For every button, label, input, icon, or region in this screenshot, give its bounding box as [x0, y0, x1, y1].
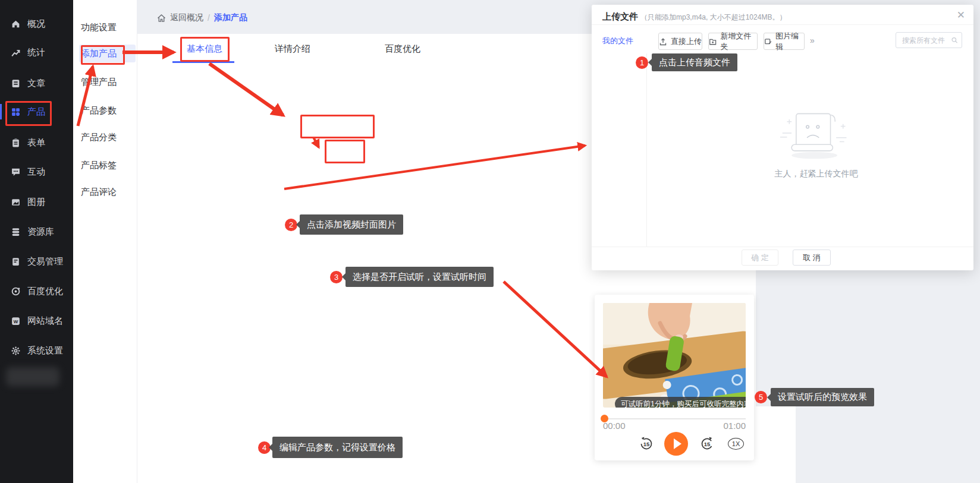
submenu-item-product-comments[interactable]: 产品评论	[79, 183, 136, 201]
breadcrumb-separator: /	[208, 13, 210, 23]
svg-text:W: W	[14, 318, 18, 324]
playback-speed-button[interactable]: 1X	[728, 438, 744, 450]
resource-icon	[11, 227, 21, 237]
active-tab-underline	[172, 61, 234, 63]
dialog-title-text: 上传文件	[602, 11, 638, 21]
dialog-header-divider	[592, 24, 973, 25]
product-icon	[11, 107, 21, 117]
breadcrumb-back-link[interactable]: 返回概况	[170, 12, 203, 23]
seo-icon	[11, 286, 21, 296]
step-tooltip-1: 点击上传音频文件	[652, 53, 737, 71]
sidebar-item-label: 百度优化	[27, 286, 63, 297]
button-label: 确 定	[751, 252, 769, 263]
background-patch	[754, 406, 796, 483]
new-folder-button[interactable]: 新增文件夹	[708, 33, 758, 50]
sidebar-item-label: 统计	[27, 47, 45, 58]
sidebar-item-transactions[interactable]: 交易管理	[11, 254, 63, 269]
step-tooltip-3: 选择是否开启试听，设置试听时间	[345, 267, 494, 287]
button-label: 取 消	[803, 252, 821, 263]
confirm-button[interactable]: 确 定	[742, 250, 778, 266]
dialog-footer-divider	[592, 247, 973, 247]
sidebar-item-stats[interactable]: 统计	[11, 45, 45, 59]
active-indicator-bar	[0, 104, 2, 119]
sidebar-item-domain[interactable]: W 网站域名	[11, 314, 63, 328]
play-button[interactable]	[664, 432, 688, 456]
sidebar-item-articles[interactable]: 文章	[11, 76, 45, 90]
home-icon	[11, 19, 21, 29]
submenu-item-product-categories[interactable]: 产品分类	[79, 128, 136, 146]
sidebar-item-label: 概况	[27, 18, 45, 30]
submenu-item-add-product[interactable]: 添加产品	[79, 45, 136, 62]
domain-icon: W	[11, 316, 21, 326]
search-input[interactable]	[901, 36, 951, 45]
sidebar-item-baidu-seo[interactable]: 百度优化	[11, 284, 63, 298]
dialog-title: 上传文件（只能添加mp3,m4a, 大小不超过1024MB。）	[602, 11, 786, 23]
gear-icon	[11, 346, 21, 356]
search-icon	[951, 36, 958, 44]
step-badge-1: 1	[636, 56, 648, 69]
step-badge-5: 5	[755, 391, 767, 403]
stats-icon	[11, 48, 21, 58]
breadcrumb-current: 添加产品	[214, 12, 247, 23]
folder-plus-icon	[709, 37, 717, 46]
tooltip-text: 点击添加视频封面图片	[307, 219, 396, 231]
sidebar-item-overview[interactable]: 概况	[11, 17, 45, 31]
tab-baidu-seo[interactable]: 百度优化	[373, 43, 432, 55]
audio-preview-card: 可试听前1分钟，购买后可收听完整内容 00:00 01:00 15 15 1X	[595, 295, 754, 460]
sidebar-item-albums[interactable]: 图册	[11, 195, 45, 209]
step-tooltip-2: 点击添加视频封面图片	[300, 214, 403, 235]
close-icon[interactable]: ✕	[957, 9, 965, 21]
dialog-sidebar-divider	[646, 53, 647, 247]
sidebar-item-products[interactable]: 产品	[11, 105, 45, 119]
trade-icon	[11, 257, 21, 267]
rewind-15-button[interactable]: 15	[639, 436, 654, 452]
button-label: 新增文件夹	[720, 31, 757, 52]
image-edit-button[interactable]: 图片编辑	[764, 33, 805, 50]
my-files-tree-item[interactable]: 我的文件	[602, 36, 633, 46]
button-label: 图片编辑	[775, 31, 804, 52]
time-current: 00:00	[603, 421, 626, 431]
cancel-button[interactable]: 取 消	[793, 250, 831, 266]
submenu-item-product-tags[interactable]: 产品标签	[79, 156, 136, 174]
progress-bar[interactable]	[603, 418, 746, 419]
tooltip-text: 编辑产品参数，记得设置价格	[279, 442, 395, 453]
breadcrumb: 返回概况 / 添加产品	[157, 12, 247, 23]
tab-details[interactable]: 详情介绍	[263, 43, 322, 55]
interaction-icon	[11, 167, 21, 177]
sidebar-item-label: 资源库	[27, 226, 54, 238]
sidebar-item-settings[interactable]: 系统设置	[11, 343, 63, 358]
album-icon	[11, 197, 21, 207]
form-icon	[11, 138, 21, 148]
sidebar-item-label: 系统设置	[27, 345, 63, 356]
file-search-box[interactable]	[896, 32, 962, 48]
step-tooltip-4: 编辑产品参数，记得设置价格	[272, 437, 403, 458]
sidebar-item-resources[interactable]: 资源库	[11, 225, 54, 239]
dialog-title-note: （只能添加mp3,m4a, 大小不超过1024MB。）	[640, 13, 786, 21]
empty-state-text: 主人，赶紧上传文件吧	[767, 169, 865, 179]
sidebar-item-interaction[interactable]: 互动	[11, 165, 45, 179]
time-total: 01:00	[723, 421, 746, 431]
toolbar-more-button[interactable]: »	[810, 36, 815, 45]
sidebar-item-label: 网站域名	[27, 315, 63, 327]
forward-15-button[interactable]: 15	[699, 436, 715, 452]
main-sidebar: 概况 统计 文章 产品 表单 互动 图册 资源库	[0, 0, 73, 483]
tab-basic-info[interactable]: 基本信息	[175, 43, 234, 55]
sidebar-item-label: 图册	[27, 197, 45, 208]
sidebar-item-label: 产品	[27, 106, 45, 118]
svg-text:15: 15	[704, 441, 711, 447]
upload-file-dialog: 上传文件（只能添加mp3,m4a, 大小不超过1024MB。） ✕ 我的文件 直…	[592, 5, 973, 270]
submenu-item-product-params[interactable]: 产品参数	[79, 102, 136, 119]
submenu-item-function-settings[interactable]: 功能设置	[79, 18, 136, 36]
direct-upload-button[interactable]: 直接上传	[658, 33, 702, 50]
sidebar-item-forms[interactable]: 表单	[11, 135, 45, 150]
article-icon	[11, 78, 21, 89]
tooltip-text: 点击上传音频文件	[659, 57, 730, 68]
image-edit-icon	[764, 37, 772, 46]
svg-text:15: 15	[643, 441, 650, 447]
step-badge-3: 3	[330, 271, 343, 283]
submenu-item-manage-products[interactable]: 管理产品	[79, 73, 136, 91]
tooltip-text: 选择是否开启试听，设置试听时间	[353, 272, 486, 283]
button-label: 直接上传	[671, 36, 702, 47]
sidebar-item-label: 表单	[27, 137, 45, 149]
blurred-logo	[6, 367, 59, 386]
